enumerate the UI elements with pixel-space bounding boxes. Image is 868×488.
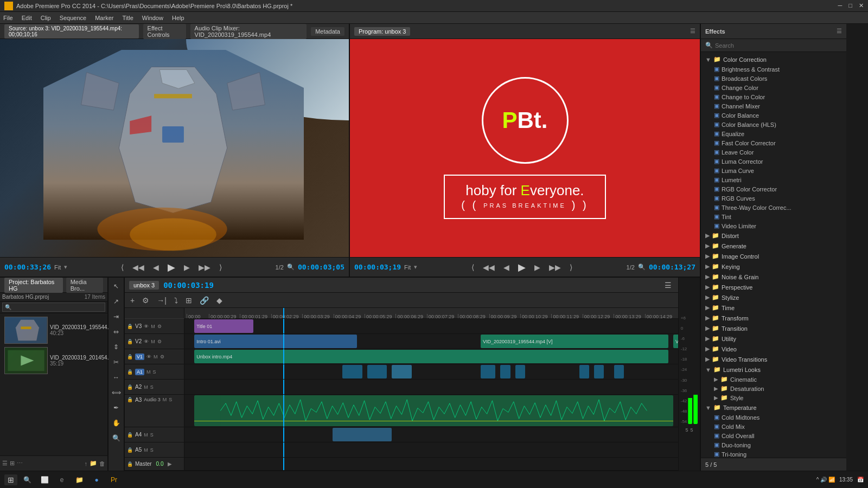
clip-a1-5[interactable] xyxy=(500,365,510,378)
track-content-v2[interactable]: Intro 01.avi VID_20200319_195544.mp4 [V]… xyxy=(184,334,678,349)
track-v3-settings[interactable]: ⚙ xyxy=(157,324,162,329)
effect-channel-mixer[interactable]: ▣ Channel Mixer xyxy=(701,101,846,111)
rate-stretch-tool[interactable]: ⇕ xyxy=(110,341,123,354)
project-item-1[interactable]: VID_20200319_195544.m... 40:23 xyxy=(2,316,105,345)
effect-equalize[interactable]: ▣ Equalize xyxy=(701,129,846,138)
source-prev-frame[interactable]: ◀ xyxy=(151,262,161,273)
add-track-btn[interactable]: + xyxy=(128,295,137,306)
clip-a1-3[interactable] xyxy=(392,365,411,378)
category-noise-grain[interactable]: ▶ 📁 Noise & Grain xyxy=(701,272,846,282)
track-v2-eye[interactable]: 👁 xyxy=(144,339,149,344)
source-next-frame[interactable]: ▶ xyxy=(182,262,192,273)
insert-btn[interactable]: →| xyxy=(155,295,169,306)
menu-title[interactable]: Title xyxy=(122,15,133,21)
menu-edit[interactable]: Edit xyxy=(22,15,32,21)
taskbar-task-view[interactable]: ⬜ xyxy=(37,472,52,487)
category-utility[interactable]: ▶ 📁 Utility xyxy=(701,333,846,344)
razor-tool[interactable]: ✂ xyxy=(110,356,123,369)
menu-help[interactable]: Help xyxy=(172,15,184,21)
menu-sequence[interactable]: Sequence xyxy=(60,15,87,21)
project-free-form[interactable]: ⋯ xyxy=(17,460,23,467)
track-v2-settings[interactable]: ⚙ xyxy=(157,339,162,344)
effect-video-limiter[interactable]: ▣ Video Limiter xyxy=(701,221,846,230)
windows-btn[interactable]: ⊞ xyxy=(8,476,14,484)
clip-title01[interactable]: Title 01 xyxy=(194,319,253,333)
track-a1-solo[interactable]: S xyxy=(153,369,156,375)
track-v1-mute[interactable]: M xyxy=(154,354,158,359)
category-temperature[interactable]: ▼ 📁 Temperature xyxy=(701,402,846,413)
source-timecode[interactable]: 00:00:33;26 xyxy=(4,263,51,271)
track-a2-solo[interactable]: S xyxy=(150,384,154,390)
track-content-a5[interactable] xyxy=(184,442,678,457)
category-keying[interactable]: ▶ 📁 Keying xyxy=(701,261,846,272)
program-step-fwd[interactable]: ▶▶ xyxy=(547,262,563,273)
media-browser-tab[interactable]: Media Bro... xyxy=(66,278,103,293)
menu-file[interactable]: File xyxy=(3,15,13,21)
effect-cold-midtones[interactable]: ▣ Cold Midtones xyxy=(701,413,846,422)
source-tab[interactable]: Source: unbox 3: VID_20200319_195544.mp4… xyxy=(4,24,139,38)
clip-intro01[interactable]: Intro 01.avi xyxy=(194,335,357,348)
effect-duo-toning[interactable]: ▣ Duo-toning xyxy=(701,440,846,450)
effect-style[interactable]: ▶ 📁 Style xyxy=(701,393,846,402)
track-v1-settings[interactable]: ⚙ xyxy=(160,354,164,359)
new-bin-btn[interactable]: 📁 xyxy=(90,460,97,467)
slip-tool[interactable]: ↔ xyxy=(110,371,123,384)
source-play[interactable]: ▶ xyxy=(165,260,177,274)
track-content-a1[interactable] xyxy=(184,364,678,379)
track-v3-eye[interactable]: 👁 xyxy=(144,324,149,329)
category-lumetri-looks[interactable]: ▼ 📁 Lumetri Looks xyxy=(701,364,846,375)
source-step-back[interactable]: ◀◀ xyxy=(130,262,146,273)
track-v2-mute[interactable]: M xyxy=(151,339,155,344)
source-mark-out[interactable]: ⟩ xyxy=(217,262,224,273)
clip-a1-4[interactable] xyxy=(481,365,495,378)
selection-tool[interactable]: ↖ xyxy=(110,280,123,293)
marker-btn[interactable]: ◆ xyxy=(214,295,225,306)
category-perspective[interactable]: ▶ 📁 Perspective xyxy=(701,282,846,292)
effect-rgb-color-corrector[interactable]: ▣ RGB Color Corrector xyxy=(701,184,846,194)
timeline-settings[interactable]: ☰ xyxy=(662,280,674,291)
menu-clip[interactable]: Clip xyxy=(41,15,51,21)
effect-rgb-curves[interactable]: ▣ RGB Curves xyxy=(701,194,846,203)
taskbar-premiere[interactable]: Pr xyxy=(106,472,122,487)
slide-tool[interactable]: ⟺ xyxy=(110,386,123,399)
master-play-btn[interactable]: ▶ xyxy=(168,461,172,467)
timeline-timecode[interactable]: 00:00:03:19 xyxy=(163,281,214,290)
effect-broadcast-colors[interactable]: ▣ Broadcast Colors xyxy=(701,74,846,83)
snap-btn[interactable]: ⊞ xyxy=(183,295,194,306)
program-mark-out[interactable]: ⟩ xyxy=(567,262,575,273)
effect-change-to-color[interactable]: ▣ Change to Color xyxy=(701,92,846,101)
track-a3-solo[interactable]: S xyxy=(169,397,172,402)
clip-a1-1[interactable] xyxy=(342,365,362,378)
project-search[interactable] xyxy=(2,303,105,312)
timeline-settings-btn[interactable]: ⚙ xyxy=(140,295,151,306)
category-stylize[interactable]: ▶ 📁 Stylize xyxy=(701,292,846,303)
project-item-2[interactable]: VID_20200319_201454.m... 35:19 xyxy=(2,346,105,375)
maximize-btn[interactable]: □ xyxy=(848,2,852,9)
track-content-master[interactable] xyxy=(184,458,678,470)
ripple-edit-tool[interactable]: ⇥ xyxy=(110,310,123,323)
effect-brightness-contrast[interactable]: ▣ Brightness & Contrast xyxy=(701,65,846,74)
taskbar-ie[interactable]: e xyxy=(54,472,69,487)
effect-fast-color-corrector[interactable]: ▣ Fast Color Corrector xyxy=(701,138,846,147)
category-transform[interactable]: ▶ 📁 Transform xyxy=(701,313,846,323)
clip-a1-8[interactable] xyxy=(594,365,604,378)
clip-a1-6[interactable] xyxy=(515,365,525,378)
clip-vid-v2[interactable]: VID_20200319_195544.mp4 [V] xyxy=(481,335,668,348)
program-tab[interactable]: Program: unbox 3 xyxy=(354,27,410,36)
category-color-correction[interactable]: ▼ 📁 Color Correction xyxy=(701,54,846,65)
taskbar-chrome[interactable]: ● xyxy=(89,472,104,487)
minimize-btn[interactable]: ─ xyxy=(838,2,843,9)
program-mark-in[interactable]: ⟨ xyxy=(469,262,476,273)
effect-luma-curve[interactable]: ▣ Luma Curve xyxy=(701,166,846,175)
effect-tri-toning[interactable]: ▣ Tri-toning xyxy=(701,450,846,458)
effect-three-way[interactable]: ▣ Three-Way Color Correc... xyxy=(701,203,846,212)
effect-luma-corrector[interactable]: ▣ Luma Corrector xyxy=(701,157,846,166)
clip-unbox-intro[interactable]: Unbox intro.mp4 xyxy=(194,350,668,363)
track-a4-solo[interactable]: S xyxy=(150,432,154,438)
program-timecode[interactable]: 00:00:03;19 xyxy=(354,263,401,271)
track-a5-solo[interactable]: S xyxy=(150,447,154,453)
program-play[interactable]: ▶ xyxy=(516,260,528,274)
delete-item-btn[interactable]: 🗑 xyxy=(99,460,105,467)
source-fit[interactable]: Fit xyxy=(54,264,61,271)
clip-a1-7[interactable] xyxy=(579,365,589,378)
